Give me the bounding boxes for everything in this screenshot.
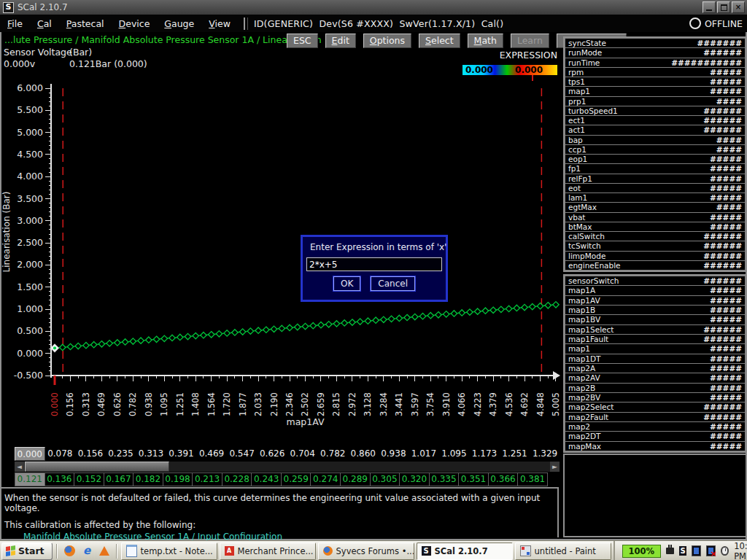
menu-item-cal[interactable]: Cal <box>30 16 59 31</box>
telemetry-row-map1B[interactable]: map1B##### <box>565 305 746 315</box>
axis-cell[interactable]: 0.547 <box>227 447 258 461</box>
menu-item-file[interactable]: File <box>0 16 30 31</box>
telemetry-row-map2Fault[interactable]: map2Fault###### <box>565 412 746 422</box>
menu-item-gauge[interactable]: Gauge <box>157 16 201 31</box>
restore-button[interactable] <box>717 1 730 13</box>
axis-cell[interactable]: 0.469 <box>196 447 227 461</box>
task-button-notepad[interactable]: temp.txt - Note... <box>121 542 217 560</box>
axis-cell[interactable]: 1.095 <box>439 447 470 461</box>
toolbar-button-edit[interactable]: Edit <box>325 34 356 48</box>
network-error-icon[interactable] <box>706 545 716 556</box>
close-button[interactable]: × <box>732 1 745 13</box>
telemetry-row-act1[interactable]: act1###### <box>565 125 746 135</box>
value-cell[interactable]: 0.335 <box>429 472 460 486</box>
telemetry-row-ect1[interactable]: ect1###### <box>565 115 746 125</box>
telemetry-row-calSwitch[interactable]: calSwitch###### <box>565 231 746 241</box>
axis-cell[interactable]: 1.329 <box>530 447 560 461</box>
ok-button[interactable]: OK <box>333 276 360 291</box>
telemetry-row-btMax[interactable]: btMax##### <box>565 222 746 232</box>
value-cell[interactable]: 0.289 <box>340 472 371 486</box>
axis-cell[interactable]: 0.626 <box>257 447 287 461</box>
value-cell[interactable]: 0.381 <box>517 472 548 486</box>
telemetry-row-tcSwitch[interactable]: tcSwitch###### <box>565 241 746 251</box>
ie-icon[interactable] <box>82 545 93 556</box>
telemetry-row-map1Fault[interactable]: map1Fault###### <box>565 334 746 344</box>
value-cell[interactable]: 0.182 <box>133 472 163 486</box>
axis-cell[interactable]: 0.938 <box>379 447 409 461</box>
telemetry-row-map1DT[interactable]: map1DT##### <box>565 354 746 364</box>
telemetry-row-map2B[interactable]: map2B##### <box>565 383 746 393</box>
telemetry-row-fp1[interactable]: fp1##### <box>565 163 746 174</box>
telemetry-row-limpMode[interactable]: limpMode###### <box>565 251 746 261</box>
telemetry-row-map2[interactable]: map2##### <box>565 421 746 432</box>
value-cell-selected[interactable]: 0.121 <box>15 472 45 486</box>
task-button-pdf[interactable]: Merchant Prince... <box>220 542 316 560</box>
scroll-left-arrow[interactable]: ◄ <box>15 462 24 472</box>
axis-cell[interactable]: 0.860 <box>348 447 379 461</box>
minimize-button[interactable] <box>703 1 716 13</box>
linearisation-chart[interactable]: -0.5000.0000.5001.0001.5002.0002.5003.00… <box>1 77 560 441</box>
telemetry-row-map2A[interactable]: map2A##### <box>565 363 746 373</box>
telemetry-row-ccp1[interactable]: ccp1#### <box>565 144 746 155</box>
axis-cell[interactable]: 0.782 <box>317 447 348 461</box>
expression-input[interactable] <box>306 257 442 271</box>
telemetry-row-map2BV[interactable]: map2BV##### <box>565 392 746 402</box>
task-button-firefox[interactable]: Syvecs Forums •... <box>318 542 414 560</box>
value-cell[interactable]: 0.320 <box>399 472 430 486</box>
telemetry-row-runTime[interactable]: runTime########### <box>565 58 746 68</box>
telemetry-row-mapMax[interactable]: mapMax##### <box>565 441 746 451</box>
network-icon[interactable] <box>692 545 701 556</box>
value-cell[interactable]: 0.136 <box>44 472 75 486</box>
axis-cell[interactable]: 0.156 <box>75 447 106 461</box>
menu-item-view[interactable]: View <box>201 16 238 31</box>
telemetry-row-rpm[interactable]: rpm##### <box>565 67 746 77</box>
axis-cell[interactable]: 0.704 <box>287 447 318 461</box>
axis-cell[interactable]: 0.078 <box>45 447 76 461</box>
axis-cell[interactable]: 1.251 <box>500 447 530 461</box>
telemetry-row-map1Select[interactable]: map1Select###### <box>565 324 746 335</box>
telemetry-row-bap[interactable]: bap#### <box>565 135 746 145</box>
menu-item-device[interactable]: Device <box>112 16 158 31</box>
telemetry-row-turboSpeed1[interactable]: turboSpeed1###### <box>565 106 746 116</box>
value-cell[interactable]: 0.228 <box>222 472 252 486</box>
telemetry-row-map1[interactable]: map1##### <box>565 86 746 96</box>
telemetry-row-relFp1[interactable]: relFp1##### <box>565 174 746 184</box>
toolbar-button-esc[interactable]: ESC <box>287 34 318 48</box>
task-button-paint[interactable]: untitled - Paint <box>515 542 611 560</box>
value-cell[interactable]: 0.243 <box>251 472 282 486</box>
value-cell[interactable]: 0.366 <box>488 472 519 486</box>
telemetry-row-vbat[interactable]: vbat##### <box>565 212 746 222</box>
value-cell[interactable]: 0.305 <box>370 472 400 486</box>
cancel-button[interactable]: Cancel <box>371 276 415 291</box>
scroll-right-arrow[interactable]: ► <box>550 462 560 472</box>
telemetry-row-eot[interactable]: eot##### <box>565 183 746 193</box>
telemetry-row-engineEnable[interactable]: engineEnable###### <box>565 260 746 271</box>
telemetry-row-tps1[interactable]: tps1##### <box>565 77 746 87</box>
horizontal-scrollbar[interactable]: ◄ ► <box>15 462 560 472</box>
telemetry-row-sensorSwitch[interactable]: sensorSwitch###### <box>565 276 746 286</box>
scheduler-icon[interactable] <box>721 546 729 556</box>
toolbar-button-select[interactable]: Select <box>419 34 460 48</box>
vlc-icon[interactable] <box>99 546 109 556</box>
telemetry-row-egtMax[interactable]: egtMax#### <box>565 202 746 212</box>
telemetry-row-map1[interactable]: map1##### <box>565 343 746 354</box>
telemetry-row-syncState[interactable]: syncState####### <box>565 38 746 48</box>
axis-cell-selected[interactable]: 0.000 <box>15 447 45 461</box>
axis-cell[interactable]: 0.391 <box>166 447 197 461</box>
telemetry-row-map1AV[interactable]: map1AV##### <box>565 295 746 306</box>
firefox-icon[interactable] <box>64 545 75 556</box>
axis-cell[interactable]: 0.235 <box>106 447 136 461</box>
start-button[interactable]: Start <box>1 542 53 560</box>
value-cell[interactable]: 0.198 <box>163 472 193 486</box>
telemetry-row-map1A[interactable]: map1A##### <box>565 285 746 295</box>
toolbar-button-options[interactable]: Options <box>363 34 411 48</box>
telemetry-row-eop1[interactable]: eop1##### <box>565 154 746 164</box>
value-cell[interactable]: 0.167 <box>104 472 134 486</box>
value-cell[interactable]: 0.213 <box>192 472 222 486</box>
value-cell[interactable]: 0.152 <box>74 472 104 486</box>
value-cell[interactable]: 0.259 <box>281 472 311 486</box>
telemetry-row-map1BV[interactable]: map1BV##### <box>565 314 746 324</box>
telemetry-row-map2Select[interactable]: map2Select###### <box>565 402 746 412</box>
scrollbar-thumb[interactable] <box>25 462 169 472</box>
axis-cell[interactable]: 1.017 <box>409 447 439 461</box>
